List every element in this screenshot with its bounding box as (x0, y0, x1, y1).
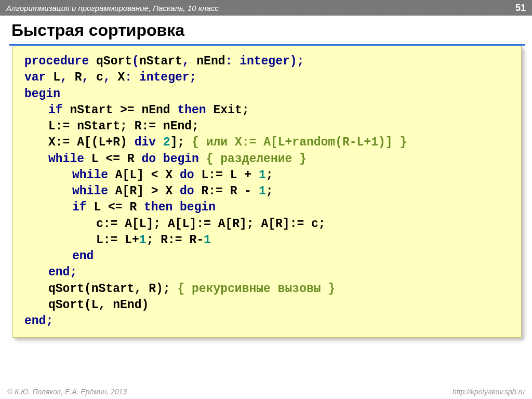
code-listing: procedure qSort(nStart, nEnd: integer); … (12, 46, 522, 338)
code-line: end; (24, 313, 512, 329)
code-line: if nStart >= nEnd then Exit; (24, 102, 512, 118)
code-line: X:= A[(L+R) div 2]; { или X:= A[L+random… (24, 135, 512, 151)
slide-footer: © К.Ю. Поляков, Е.А. Ерёмин, 2013 http:/… (0, 388, 532, 396)
code-line: if L <= R then begin (24, 200, 512, 216)
copyright: © К.Ю. Поляков, Е.А. Ерёмин, 2013 (7, 388, 127, 396)
code-line: L:= nStart; R:= nEnd; (24, 118, 512, 135)
code-line: begin (24, 86, 512, 102)
code-line: while A[R] > X do R:= R - 1; (24, 183, 512, 200)
page-title: Быстрая сортировка (11, 20, 523, 44)
code-line: qSort(L, nEnd) (24, 297, 512, 313)
page-number: 51 (515, 3, 526, 14)
slide-header: Алгоритмизация и программирование, Паска… (0, 0, 532, 16)
source-url: http://kpolyakov.spb.ru (453, 388, 525, 396)
code-line: L:= L+1; R:= R-1 (24, 232, 512, 248)
code-line: end (24, 248, 512, 264)
code-line: procedure qSort(nStart, nEnd: integer); (24, 54, 512, 70)
code-line: qSort(nStart, R); { рекурсивные вызовы } (24, 281, 512, 297)
code-line: while L <= R do begin { разделение } (24, 151, 512, 167)
code-line: end; (24, 264, 512, 281)
code-line: var L, R, c, X: integer; (24, 70, 512, 86)
content-area: Быстрая сортировка procedure qSort(nStar… (0, 16, 532, 341)
code-line: while A[L] < X do L:= L + 1; (24, 167, 512, 183)
code-line: c:= A[L]; A[L]:= A[R]; A[R]:= c; (24, 216, 512, 232)
breadcrumb: Алгоритмизация и программирование, Паска… (6, 4, 219, 12)
